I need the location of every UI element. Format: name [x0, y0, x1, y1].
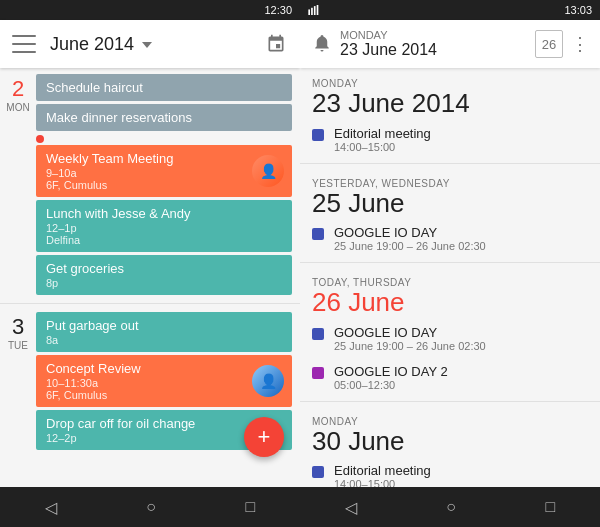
divider-s3 [300, 401, 600, 402]
event-info: Editorial meeting 14:00–15:00 [334, 126, 431, 153]
right-home-button[interactable]: ○ [446, 498, 456, 516]
event-time: 10–11:30a [46, 377, 244, 389]
section-date-s2: 25 June [312, 189, 588, 218]
day-name-2: Mon [6, 102, 29, 113]
event-time: 8p [46, 277, 282, 289]
right-event-google-io-s3[interactable]: GOOGLE IO DAY 25 June 19:00 – 26 June 02… [300, 319, 600, 358]
event-lunch[interactable]: Lunch with Jesse & Andy 12–1p Delfina [36, 200, 292, 252]
month-title: June 2014 [50, 34, 264, 55]
divider-s2 [300, 262, 600, 263]
section-header-s4: MONDAY 30 June [300, 406, 600, 458]
event-schedule-haircut[interactable]: Schedule haircut [36, 74, 292, 101]
right-nav-bar: ◁ ○ □ [300, 487, 600, 527]
left-panel: 12:30 June 2014 2 Mon [0, 0, 300, 527]
right-event-editorial[interactable]: Editorial meeting 14:00–15:00 [300, 120, 600, 159]
event-time: 12–1p [46, 222, 282, 234]
right-event-google-io-s2[interactable]: GOOGLE IO DAY 25 June 19:00 – 26 June 02… [300, 219, 600, 258]
status-icons [308, 5, 322, 15]
section-header-s3: TODAY, THURSDAY 26 June [300, 267, 600, 319]
event-title: Put garbage out [46, 318, 282, 333]
right-back-button[interactable]: ◁ [345, 498, 357, 517]
day-label-3: 3 Tue [0, 312, 36, 450]
event-title-right: GOOGLE IO DAY 2 [334, 364, 448, 379]
section-date-s3: 26 June [312, 288, 588, 317]
event-title: Weekly Team Meeting [46, 151, 244, 166]
event-time-right: 25 June 19:00 – 26 June 02:30 [334, 240, 486, 252]
dropdown-icon[interactable] [142, 42, 152, 48]
right-recents-button[interactable]: □ [546, 498, 556, 516]
back-button[interactable]: ◁ [45, 498, 57, 517]
event-garbage[interactable]: Put garbage out 8a [36, 312, 292, 352]
day-number-2: 2 [12, 78, 24, 100]
calendar-icon-btn[interactable] [264, 32, 288, 56]
fab-add-button[interactable]: + [244, 417, 284, 457]
event-title: Make dinner reservations [46, 110, 282, 125]
event-title-right: Editorial meeting [334, 463, 431, 478]
avatar-2: 👤 [252, 365, 284, 397]
event-time: 8a [46, 334, 282, 346]
event-time: 9–10a [46, 167, 244, 179]
day-name-3: Tue [8, 340, 28, 351]
section-header-s1: MONDAY 23 June 2014 [300, 68, 600, 120]
divider [0, 303, 300, 304]
right-event-google-io-day2[interactable]: GOOGLE IO DAY 2 05:00–12:30 [300, 358, 600, 397]
current-time-indicator [36, 135, 44, 143]
left-status-bar: 12:30 [0, 0, 300, 20]
section-header-s2: YESTERDAY, WEDNESDAY 25 June [300, 168, 600, 220]
event-info: GOOGLE IO DAY 25 June 19:00 – 26 June 02… [334, 225, 486, 252]
event-color-dot [312, 328, 324, 340]
section-date-s4: 30 June [312, 427, 588, 456]
header-date-label: MONDAY [340, 29, 527, 41]
avatar-image-2: 👤 [252, 365, 284, 397]
event-title: Schedule haircut [46, 80, 282, 95]
event-concept-review[interactable]: Concept Review 10–11:30a 6F, Cumulus 👤 [36, 355, 292, 407]
event-time-right: 14:00–15:00 [334, 141, 431, 153]
event-title: Get groceries [46, 261, 282, 276]
day-label-2: 2 Mon [0, 74, 36, 131]
day-label-spacer [0, 145, 36, 295]
month-label: June 2014 [50, 34, 134, 55]
svg-rect-3 [317, 5, 319, 15]
divider-s1 [300, 163, 600, 164]
recents-button[interactable]: □ [246, 498, 256, 516]
event-info: GOOGLE IO DAY 25 June 19:00 – 26 June 02… [334, 325, 486, 352]
right-event-editorial-s4[interactable]: Editorial meeting 14:00–15:00 [300, 457, 600, 487]
event-time-right: 25 June 19:00 – 26 June 02:30 [334, 340, 486, 352]
avatar: 👤 [252, 155, 284, 187]
event-dinner-reservations[interactable]: Make dinner reservations [36, 104, 292, 131]
avatar-image: 👤 [252, 155, 284, 187]
more-options-button[interactable]: ⋮ [571, 33, 588, 55]
event-title: Concept Review [46, 361, 244, 376]
event-color-dot [312, 228, 324, 240]
svg-rect-2 [314, 6, 316, 15]
event-title: Lunch with Jesse & Andy [46, 206, 282, 221]
notification-icon[interactable] [312, 34, 332, 54]
right-header-title: MONDAY 23 June 2014 [340, 29, 527, 59]
day-section-monday-cont: Weekly Team Meeting 9–10a 6F, Cumulus 👤 … [0, 145, 300, 301]
day-number-3: 3 [12, 316, 24, 338]
event-location: Delfina [46, 234, 282, 246]
svg-rect-0 [308, 9, 310, 15]
event-title-right: Editorial meeting [334, 126, 431, 141]
events-monday-cont: Weekly Team Meeting 9–10a 6F, Cumulus 👤 … [36, 145, 300, 295]
day-badge[interactable]: 26 [535, 30, 563, 58]
event-groceries[interactable]: Get groceries 8p [36, 255, 292, 295]
event-weekly-meeting[interactable]: Weekly Team Meeting 9–10a 6F, Cumulus 👤 [36, 145, 292, 197]
event-location: 6F, Cumulus [46, 179, 244, 191]
header-date-main: 23 June 2014 [340, 41, 527, 59]
events-monday: Schedule haircut Make dinner reservation… [36, 74, 300, 131]
svg-rect-1 [311, 8, 313, 15]
event-title-right: GOOGLE IO DAY [334, 325, 486, 340]
right-status-time: 13:03 [564, 4, 592, 16]
left-status-time: 12:30 [264, 4, 292, 16]
event-info: GOOGLE IO DAY 2 05:00–12:30 [334, 364, 448, 391]
event-color-dot [312, 367, 324, 379]
event-location: 6F, Cumulus [46, 389, 244, 401]
event-color-dot [312, 466, 324, 478]
home-button[interactable]: ○ [146, 498, 156, 516]
section-date-s1: 23 June 2014 [312, 89, 588, 118]
event-time-right: 05:00–12:30 [334, 379, 448, 391]
right-event-list: MONDAY 23 June 2014 Editorial meeting 14… [300, 68, 600, 487]
hamburger-menu[interactable] [12, 35, 36, 53]
left-nav-bar: ◁ ○ □ [0, 487, 300, 527]
